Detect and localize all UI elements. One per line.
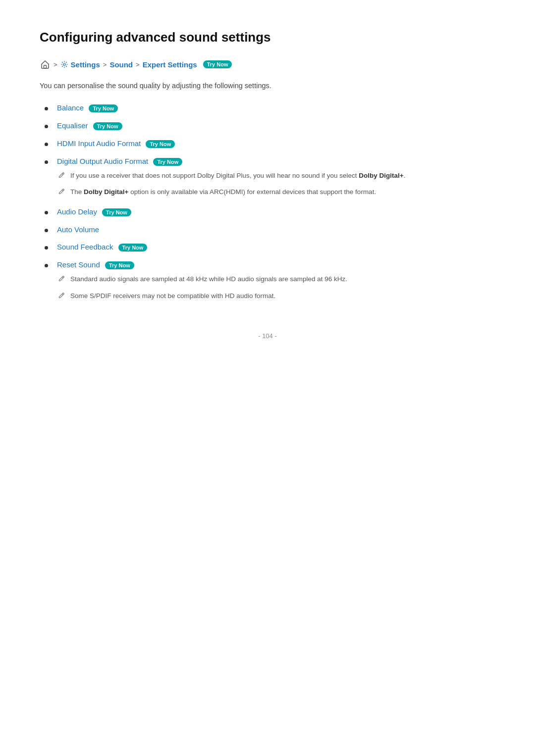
breadcrumb: > Settings > Sound > Expert Settings Try… — [40, 59, 495, 70]
pencil-icon — [57, 171, 65, 182]
bullet-dot — [45, 211, 48, 214]
list-item: Audio Delay Try Now — [40, 207, 495, 216]
svg-point-1 — [63, 63, 65, 65]
reset-sound-link[interactable]: Reset Sound — [57, 260, 100, 269]
balance-try-now-badge[interactable]: Try Now — [89, 104, 118, 112]
auto-volume-link[interactable]: Auto Volume — [57, 225, 99, 234]
bullet-dot — [45, 246, 48, 250]
digital-output-notes: If you use a receiver that does not supp… — [57, 171, 405, 199]
equaliser-try-now-badge[interactable]: Try Now — [93, 122, 122, 130]
breadcrumb-settings[interactable]: Settings — [60, 60, 100, 69]
audio-delay-link[interactable]: Audio Delay — [57, 207, 97, 216]
bullet-dot — [45, 125, 48, 128]
list-item: Sound Feedback Try Now — [40, 243, 495, 252]
bullet-dot — [45, 264, 48, 267]
reset-sound-try-now-badge[interactable]: Try Now — [105, 261, 134, 269]
note-text: Some S/PDIF receivers may not be compati… — [70, 291, 275, 301]
svg-rect-0 — [44, 65, 47, 68]
balance-link[interactable]: Balance — [57, 103, 84, 112]
dolby-digital-bold-1: Dolby Digital+ — [359, 172, 403, 179]
sound-feedback-link[interactable]: Sound Feedback — [57, 243, 113, 251]
digital-output-link[interactable]: Digital Output Audio Format — [57, 157, 148, 165]
dolby-digital-bold-2: Dolby Digital+ — [84, 188, 128, 196]
page-description: You can personalise the sound quality by… — [40, 81, 495, 92]
pencil-icon — [57, 188, 65, 199]
breadcrumb-sound[interactable]: Sound — [109, 60, 133, 69]
audio-delay-try-now-badge[interactable]: Try Now — [102, 208, 131, 216]
settings-list: Balance Try Now Equaliser Try Now HDMI I… — [40, 103, 495, 302]
list-item: Digital Output Audio Format Try Now If y… — [40, 157, 495, 199]
list-item: HDMI Input Audio Format Try Now — [40, 139, 495, 148]
list-item: Reset Sound Try Now Standard audio signa… — [40, 260, 495, 302]
sub-note: If you use a receiver that does not supp… — [57, 171, 405, 182]
page-number: - 104 - — [40, 332, 495, 340]
sub-note: The Dolby Digital+ option is only availa… — [57, 187, 405, 199]
home-icon[interactable] — [40, 59, 51, 70]
settings-label: Settings — [71, 60, 100, 69]
sound-feedback-try-now-badge[interactable]: Try Now — [118, 244, 148, 252]
expert-settings-try-now-badge[interactable]: Try Now — [203, 60, 232, 68]
reset-sound-notes: Standard audio signals are sampled at 48… — [57, 274, 347, 302]
hdmi-try-now-badge[interactable]: Try Now — [146, 140, 175, 148]
sub-note: Standard audio signals are sampled at 48… — [57, 274, 347, 286]
note-text: If you use a receiver that does not supp… — [70, 171, 405, 181]
digital-output-try-now-badge[interactable]: Try Now — [153, 158, 182, 166]
note-text: The Dolby Digital+ option is only availa… — [70, 187, 376, 197]
list-item: Auto Volume — [40, 225, 495, 234]
pencil-icon — [57, 275, 65, 286]
breadcrumb-sep-3: > — [136, 61, 140, 68]
bullet-dot — [45, 107, 48, 110]
pencil-icon — [57, 292, 65, 302]
list-item: Equaliser Try Now — [40, 121, 495, 130]
list-item: Balance Try Now — [40, 103, 495, 112]
breadcrumb-sep-2: > — [103, 61, 107, 68]
equaliser-link[interactable]: Equaliser — [57, 121, 88, 130]
page-title: Configuring advanced sound settings — [40, 30, 495, 45]
note-text: Standard audio signals are sampled at 48… — [70, 274, 347, 284]
bullet-dot — [45, 229, 48, 232]
sub-note: Some S/PDIF receivers may not be compati… — [57, 291, 347, 302]
bullet-dot — [45, 160, 48, 164]
breadcrumb-sep-1: > — [54, 61, 57, 68]
breadcrumb-expert[interactable]: Expert Settings — [143, 60, 197, 69]
bullet-dot — [45, 143, 48, 146]
hdmi-audio-link[interactable]: HDMI Input Audio Format — [57, 139, 141, 148]
